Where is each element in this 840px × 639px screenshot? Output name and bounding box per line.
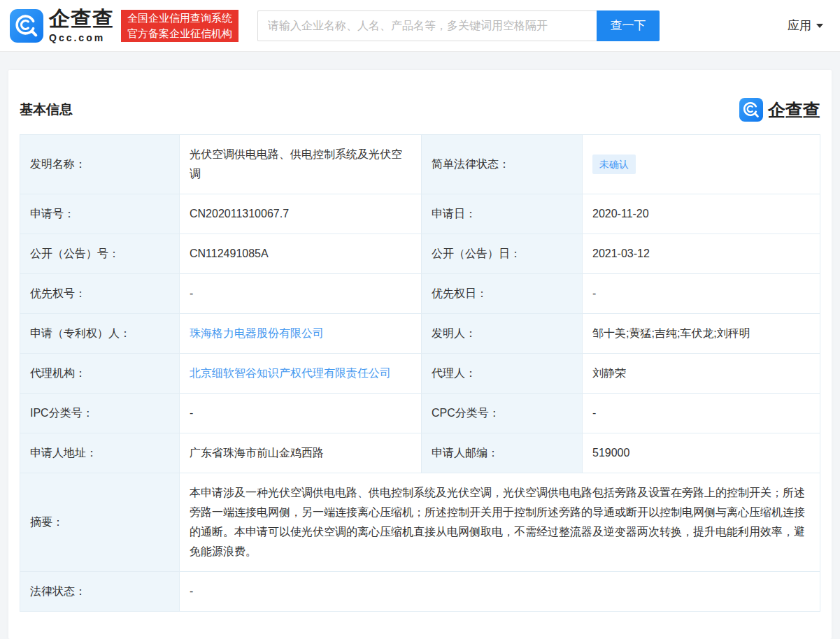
brand-name: 企查查 <box>49 8 114 29</box>
agency-label: 代理机构： <box>20 354 180 394</box>
priority-number-value: - <box>180 274 422 314</box>
publication-date-label: 公开（公告）日： <box>422 234 583 274</box>
brand-text: 企查查 Qcc.com <box>49 8 114 43</box>
applicant-postcode-value: 519000 <box>583 433 820 473</box>
priority-number-label: 优先权号： <box>20 274 180 314</box>
basic-info-card: 基本信息 企查查 发明名称： 光伏空调供电电路、供电控制系统及光伏空调 <box>8 70 832 639</box>
apps-menu-label: 应用 <box>788 17 811 34</box>
agency-value: 北京细软智谷知识产权代理有限责任公司 <box>180 354 422 394</box>
publication-number-value: CN112491085A <box>180 234 422 274</box>
row-publication-number: 公开（公告）号： CN112491085A 公开（公告）日： 2021-03-1… <box>20 234 820 274</box>
ipc-class-value: - <box>180 394 422 433</box>
top-header: 企查查 Qcc.com 全国企业信用查询系统 官方备案企业征信机构 查一下 应用 <box>0 0 840 52</box>
watermark-brand-name: 企查查 <box>768 99 820 122</box>
search-button[interactable]: 查一下 <box>597 10 660 41</box>
agent-value: 刘静荣 <box>583 354 820 394</box>
ipc-class-label: IPC分类号： <box>20 394 180 433</box>
slogan-badge: 全国企业信用查询系统 官方备案企业征信机构 <box>121 10 239 42</box>
row-ipc-class: IPC分类号： - CPC分类号： - <box>20 394 820 433</box>
slogan-line1: 全国企业信用查询系统 <box>127 10 232 26</box>
invention-name-value: 光伏空调供电电路、供电控制系统及光伏空调 <box>180 135 422 194</box>
search-input[interactable] <box>257 10 597 41</box>
brand-domain: Qcc.com <box>49 32 114 43</box>
qcc-logo[interactable]: 企查查 Qcc.com <box>10 8 114 43</box>
applicant-label: 申请（专利权）人： <box>20 314 180 354</box>
simple-legal-status-value: 未确认 <box>583 135 820 194</box>
invention-name-label: 发明名称： <box>20 135 180 194</box>
publication-number-label: 公开（公告）号： <box>20 234 180 274</box>
row-application-number: 申请号： CN202011310067.7 申请日： 2020-11-20 <box>20 194 820 234</box>
status-badge: 未确认 <box>592 155 636 174</box>
application-number-label: 申请号： <box>20 194 180 234</box>
apps-menu[interactable]: 应用 <box>788 17 823 34</box>
section-title: 基本信息 <box>20 101 73 119</box>
page-body: 基本信息 企查查 发明名称： 光伏空调供电电路、供电控制系统及光伏空调 <box>0 52 840 639</box>
row-legal-status: 法律状态： - <box>20 572 820 612</box>
applicant-address-label: 申请人地址： <box>20 433 180 473</box>
row-abstract: 摘要： 本申请涉及一种光伏空调供电电路、供电控制系统及光伏空调，光伏空调供电电路… <box>20 473 820 572</box>
chevron-down-icon <box>816 24 823 28</box>
slogan-line2: 官方备案企业征信机构 <box>127 26 232 41</box>
legal-status-label: 法律状态： <box>20 572 180 612</box>
application-date-value: 2020-11-20 <box>583 194 820 234</box>
agent-label: 代理人： <box>422 354 583 394</box>
qcc-watermark: 企查查 <box>739 98 820 122</box>
row-applicant-address: 申请人地址： 广东省珠海市前山金鸡西路 申请人邮编： 519000 <box>20 433 820 473</box>
row-invention-name: 发明名称： 光伏空调供电电路、供电控制系统及光伏空调 简单法律状态： 未确认 <box>20 135 820 194</box>
card-header: 基本信息 企查查 <box>20 98 820 122</box>
abstract-label: 摘要： <box>20 473 180 572</box>
priority-date-label: 优先权日： <box>422 274 583 314</box>
row-priority-number: 优先权号： - 优先权日： - <box>20 274 820 314</box>
priority-date-value: - <box>583 274 820 314</box>
application-date-label: 申请日： <box>422 194 583 234</box>
publication-date-value: 2021-03-12 <box>583 234 820 274</box>
inventors-value: 邹十美;黄猛;吉纯;车伏龙;刘秤明 <box>583 314 820 354</box>
qcc-magnifier-logo-icon <box>10 9 43 43</box>
applicant-postcode-label: 申请人邮编： <box>422 433 583 473</box>
simple-legal-status-label: 简单法律状态： <box>422 135 583 194</box>
abstract-value: 本申请涉及一种光伏空调供电电路、供电控制系统及光伏空调，光伏空调供电电路包括旁路… <box>180 473 820 572</box>
agency-company-link[interactable]: 北京细软智谷知识产权代理有限责任公司 <box>190 367 391 379</box>
cpc-class-value: - <box>583 394 820 433</box>
application-number-value: CN202011310067.7 <box>180 194 422 234</box>
inventors-label: 发明人： <box>422 314 583 354</box>
applicant-value: 珠海格力电器股份有限公司 <box>180 314 422 354</box>
applicant-company-link[interactable]: 珠海格力电器股份有限公司 <box>190 327 324 339</box>
patent-info-table: 发明名称： 光伏空调供电电路、供电控制系统及光伏空调 简单法律状态： 未确认 申… <box>20 134 820 612</box>
legal-status-value: - <box>180 572 820 612</box>
row-applicant: 申请（专利权）人： 珠海格力电器股份有限公司 发明人： 邹十美;黄猛;吉纯;车伏… <box>20 314 820 354</box>
applicant-address-value: 广东省珠海市前山金鸡西路 <box>180 433 422 473</box>
qcc-magnifier-logo-icon <box>739 98 763 122</box>
row-agency: 代理机构： 北京细软智谷知识产权代理有限责任公司 代理人： 刘静荣 <box>20 354 820 394</box>
cpc-class-label: CPC分类号： <box>422 394 583 433</box>
search-bar: 查一下 <box>257 10 660 41</box>
